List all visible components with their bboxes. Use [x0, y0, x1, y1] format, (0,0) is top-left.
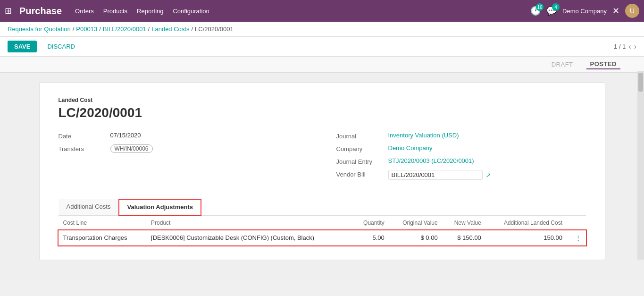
nav-menu: Orders Products Reporting Configuration: [75, 8, 209, 15]
cell-quantity: 5.00: [352, 230, 389, 245]
discard-button[interactable]: DISCARD: [41, 41, 82, 52]
breadcrumb-landed-costs[interactable]: Landed Costs: [151, 25, 189, 33]
app-title: Purchase: [19, 6, 62, 17]
fields-left: Date 07/15/2020 Transfers WH/IN/00006: [59, 132, 308, 185]
form-label: Landed Cost: [59, 97, 586, 103]
col-actions: [567, 216, 585, 230]
nav-orders[interactable]: Orders: [75, 8, 94, 15]
close-icon[interactable]: ✕: [612, 6, 619, 16]
cell-row-menu[interactable]: ⋮: [567, 230, 585, 245]
page-scrollbar[interactable]: [637, 71, 644, 260]
table-row[interactable]: Transportation Charges [DESK0006] Custom…: [59, 230, 586, 245]
main-content: Landed Cost LC/2020/0001 Date 07/15/2020…: [0, 73, 644, 280]
breadcrumb-p00013[interactable]: P00013: [76, 25, 97, 33]
tab-valuation-adjustments[interactable]: Valuation Adjustments: [118, 199, 201, 216]
cell-additional-landed-cost: 150.00: [486, 230, 567, 245]
breadcrumb-current: LC/2020/0001: [195, 25, 234, 33]
tabs-row: Additional Costs Valuation Adjustments: [59, 199, 586, 216]
cell-product: [DESK0006] Customizable Desk (CONFIG) (C…: [146, 230, 352, 245]
transfers-label: Transfers: [59, 144, 110, 152]
status-posted[interactable]: POSTED: [586, 59, 620, 69]
nav-configuration[interactable]: Configuration: [173, 8, 209, 15]
col-original-value: Original Value: [389, 216, 443, 230]
nav-products[interactable]: Products: [103, 8, 127, 15]
date-value: 07/15/2020: [110, 132, 141, 139]
journal-value[interactable]: Inventory Valuation (USD): [388, 132, 459, 139]
topnav-right: 🕐 16 💬 4 Demo Company ✕ U: [530, 4, 639, 18]
field-journal: Journal Inventory Valuation (USD): [336, 132, 586, 140]
field-transfers: Transfers WH/IN/00006: [59, 144, 308, 153]
field-company: Company Demo Company: [336, 144, 586, 152]
breadcrumb-sep-1: /: [73, 25, 75, 33]
breadcrumb-rfq[interactable]: Requests for Quotation: [8, 25, 71, 33]
status-draft[interactable]: DRAFT: [548, 60, 577, 69]
table-header-row: Cost Line Product Quantity Original Valu…: [59, 216, 586, 230]
fields-right: Journal Inventory Valuation (USD) Compan…: [336, 132, 586, 185]
chat-notifications[interactable]: 💬 4: [546, 6, 557, 16]
cell-new-value: $ 150.00: [443, 230, 486, 245]
journal-label: Journal: [336, 132, 388, 140]
company-label: Company: [336, 144, 388, 152]
col-new-value: New Value: [443, 216, 486, 230]
status-bar: DRAFT POSTED: [0, 57, 644, 73]
clock-badge: 16: [536, 3, 544, 11]
form-card: Landed Cost LC/2020/0001 Date 07/15/2020…: [39, 82, 605, 260]
toolbar: SAVE DISCARD 1 / 1 ‹ ›: [0, 37, 644, 57]
breadcrumb-sep-4: /: [191, 25, 193, 33]
date-label: Date: [59, 132, 110, 140]
breadcrumb-sep-3: /: [148, 25, 150, 33]
nav-reporting[interactable]: Reporting: [137, 8, 163, 15]
journal-entry-label: Journal Entry: [336, 157, 388, 165]
cell-original-value: $ 0.00: [389, 230, 443, 245]
clock-notifications[interactable]: 🕐 16: [530, 6, 541, 16]
vendor-bill-input[interactable]: [388, 170, 483, 180]
external-link-icon[interactable]: ↗: [485, 171, 491, 179]
breadcrumb-bill[interactable]: BILL/2020/0001: [103, 25, 146, 33]
top-navigation: ⊞ Purchase Orders Products Reporting Con…: [0, 0, 644, 22]
cell-cost-line: Transportation Charges: [59, 230, 147, 245]
next-arrow[interactable]: ›: [634, 42, 636, 51]
field-journal-entry: Journal Entry STJ/2020/0003 (LC/2020/000…: [336, 157, 586, 165]
col-product: Product: [146, 216, 352, 230]
vendor-bill-label: Vendor Bill: [336, 170, 388, 178]
avatar[interactable]: U: [625, 4, 639, 18]
pagination-area: 1 / 1 ‹ ›: [614, 42, 636, 51]
breadcrumb-sep-2: /: [99, 25, 101, 33]
pagination-text: 1 / 1: [614, 43, 626, 50]
tab-additional-costs[interactable]: Additional Costs: [59, 199, 119, 215]
breadcrumb: Requests for Quotation / P00013 / BILL/2…: [0, 22, 644, 37]
form-title: LC/2020/0001: [59, 105, 586, 120]
company-value[interactable]: Demo Company: [388, 144, 433, 152]
col-additional-landed-cost: Additional Landed Cost: [486, 216, 567, 230]
prev-arrow[interactable]: ‹: [628, 42, 631, 51]
table-wrap: Cost Line Product Quantity Original Valu…: [59, 216, 586, 245]
journal-entry-value[interactable]: STJ/2020/0003 (LC/2020/0001): [388, 157, 474, 164]
transfer-badge[interactable]: WH/IN/00006: [110, 144, 153, 153]
field-date: Date 07/15/2020: [59, 132, 308, 140]
form-fields: Date 07/15/2020 Transfers WH/IN/00006 Jo…: [59, 132, 586, 185]
company-selector[interactable]: Demo Company: [562, 8, 607, 15]
save-button[interactable]: SAVE: [8, 41, 37, 52]
vendor-bill-wrap: ↗: [388, 170, 491, 180]
valuation-table: Cost Line Product Quantity Original Valu…: [59, 216, 586, 245]
col-cost-line: Cost Line: [59, 216, 147, 230]
chat-badge: 4: [552, 3, 560, 11]
col-quantity: Quantity: [352, 216, 389, 230]
scrollbar-thumb[interactable]: [638, 73, 643, 92]
grid-menu-icon[interactable]: ⊞: [5, 6, 12, 16]
field-vendor-bill: Vendor Bill ↗: [336, 170, 586, 180]
